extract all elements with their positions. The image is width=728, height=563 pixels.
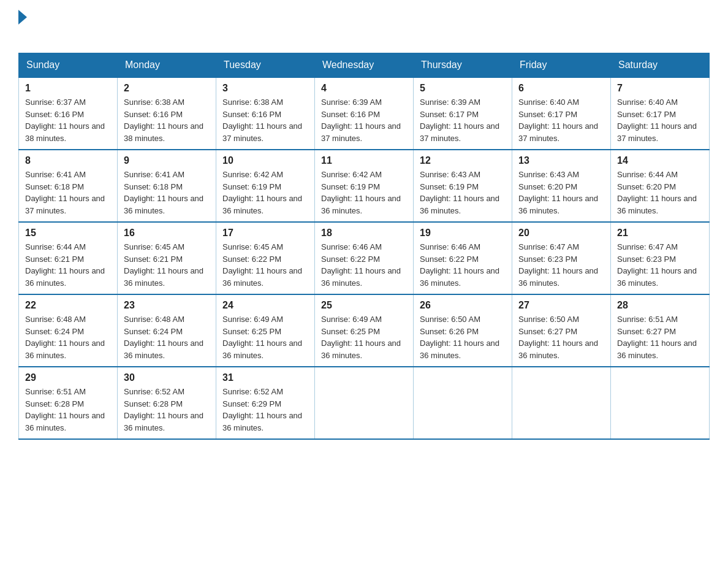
weekday-header-thursday: Thursday [414, 53, 512, 78]
day-number: 21 [617, 228, 703, 239]
calendar-cell: 16 Sunrise: 6:45 AMSunset: 6:21 PMDaylig… [118, 222, 216, 294]
day-info: Sunrise: 6:47 AMSunset: 6:23 PMDaylight:… [617, 241, 703, 289]
day-info: Sunrise: 6:51 AMSunset: 6:28 PMDaylight:… [25, 386, 111, 434]
day-number: 17 [222, 228, 308, 239]
weekday-header-friday: Friday [512, 53, 611, 78]
day-info: Sunrise: 6:39 AMSunset: 6:17 PMDaylight:… [420, 96, 506, 144]
day-number: 11 [321, 155, 407, 166]
day-number: 7 [617, 83, 703, 94]
calendar-cell [611, 367, 710, 439]
day-info: Sunrise: 6:46 AMSunset: 6:22 PMDaylight:… [321, 241, 407, 289]
calendar-cell: 18 Sunrise: 6:46 AMSunset: 6:22 PMDaylig… [315, 222, 414, 294]
calendar-table: SundayMondayTuesdayWednesdayThursdayFrid… [18, 53, 710, 440]
calendar-cell: 22 Sunrise: 6:48 AMSunset: 6:24 PMDaylig… [19, 294, 118, 367]
day-info: Sunrise: 6:52 AMSunset: 6:29 PMDaylight:… [222, 386, 308, 434]
calendar-cell: 2 Sunrise: 6:38 AMSunset: 6:16 PMDayligh… [118, 77, 216, 150]
calendar-cell: 10 Sunrise: 6:42 AMSunset: 6:19 PMDaylig… [216, 150, 315, 222]
day-number: 4 [321, 83, 407, 94]
day-number: 31 [222, 372, 308, 383]
calendar-cell: 5 Sunrise: 6:39 AMSunset: 6:17 PMDayligh… [414, 77, 512, 150]
day-number: 22 [25, 300, 111, 311]
day-info: Sunrise: 6:46 AMSunset: 6:22 PMDaylight:… [420, 241, 506, 289]
calendar-cell: 19 Sunrise: 6:46 AMSunset: 6:22 PMDaylig… [414, 222, 512, 294]
calendar-cell [512, 367, 611, 439]
calendar-cell: 23 Sunrise: 6:48 AMSunset: 6:24 PMDaylig… [118, 294, 216, 367]
day-number: 23 [124, 300, 210, 311]
day-number: 1 [25, 83, 111, 94]
calendar-cell: 1 Sunrise: 6:37 AMSunset: 6:16 PMDayligh… [19, 77, 118, 150]
calendar-cell: 29 Sunrise: 6:51 AMSunset: 6:28 PMDaylig… [19, 367, 118, 439]
day-number: 3 [222, 83, 308, 94]
weekday-header-saturday: Saturday [611, 53, 710, 78]
day-info: Sunrise: 6:47 AMSunset: 6:23 PMDaylight:… [518, 241, 604, 289]
day-info: Sunrise: 6:49 AMSunset: 6:25 PMDaylight:… [222, 313, 308, 361]
day-info: Sunrise: 6:44 AMSunset: 6:20 PMDaylight:… [617, 169, 703, 216]
day-number: 27 [518, 300, 604, 311]
day-number: 29 [25, 372, 111, 383]
calendar-cell: 6 Sunrise: 6:40 AMSunset: 6:17 PMDayligh… [512, 77, 611, 150]
day-number: 20 [518, 228, 604, 239]
page-header [18, 12, 710, 40]
day-info: Sunrise: 6:48 AMSunset: 6:24 PMDaylight:… [124, 313, 210, 361]
calendar-cell: 24 Sunrise: 6:49 AMSunset: 6:25 PMDaylig… [216, 294, 315, 367]
day-info: Sunrise: 6:40 AMSunset: 6:17 PMDaylight:… [518, 96, 604, 144]
calendar-cell: 14 Sunrise: 6:44 AMSunset: 6:20 PMDaylig… [611, 150, 710, 222]
day-number: 30 [124, 372, 210, 383]
day-number: 5 [420, 83, 506, 94]
day-info: Sunrise: 6:37 AMSunset: 6:16 PMDaylight:… [25, 96, 111, 144]
calendar-week-row: 22 Sunrise: 6:48 AMSunset: 6:24 PMDaylig… [19, 294, 710, 367]
logo-arrow-icon [18, 10, 27, 25]
calendar-week-row: 1 Sunrise: 6:37 AMSunset: 6:16 PMDayligh… [19, 77, 710, 150]
day-info: Sunrise: 6:38 AMSunset: 6:16 PMDaylight:… [124, 96, 210, 144]
day-number: 16 [124, 228, 210, 239]
calendar-cell: 7 Sunrise: 6:40 AMSunset: 6:17 PMDayligh… [611, 77, 710, 150]
day-info: Sunrise: 6:48 AMSunset: 6:24 PMDaylight:… [25, 313, 111, 361]
calendar-cell: 28 Sunrise: 6:51 AMSunset: 6:27 PMDaylig… [611, 294, 710, 367]
calendar-cell: 11 Sunrise: 6:42 AMSunset: 6:19 PMDaylig… [315, 150, 414, 222]
calendar-cell: 8 Sunrise: 6:41 AMSunset: 6:18 PMDayligh… [19, 150, 118, 222]
day-number: 2 [124, 83, 210, 94]
calendar-week-row: 29 Sunrise: 6:51 AMSunset: 6:28 PMDaylig… [19, 367, 710, 439]
day-number: 25 [321, 300, 407, 311]
day-info: Sunrise: 6:42 AMSunset: 6:19 PMDaylight:… [321, 169, 407, 216]
calendar-cell: 27 Sunrise: 6:50 AMSunset: 6:27 PMDaylig… [512, 294, 611, 367]
calendar-cell [414, 367, 512, 439]
calendar-cell: 13 Sunrise: 6:43 AMSunset: 6:20 PMDaylig… [512, 150, 611, 222]
calendar-cell: 25 Sunrise: 6:49 AMSunset: 6:25 PMDaylig… [315, 294, 414, 367]
day-info: Sunrise: 6:42 AMSunset: 6:19 PMDaylight:… [222, 169, 308, 216]
day-info: Sunrise: 6:45 AMSunset: 6:21 PMDaylight:… [124, 241, 210, 289]
day-number: 9 [124, 155, 210, 166]
weekday-header-wednesday: Wednesday [315, 53, 414, 78]
calendar-cell: 30 Sunrise: 6:52 AMSunset: 6:28 PMDaylig… [118, 367, 216, 439]
day-info: Sunrise: 6:44 AMSunset: 6:21 PMDaylight:… [25, 241, 111, 289]
weekday-header-monday: Monday [118, 53, 216, 78]
weekday-header-tuesday: Tuesday [216, 53, 315, 78]
calendar-cell: 9 Sunrise: 6:41 AMSunset: 6:18 PMDayligh… [118, 150, 216, 222]
calendar-cell: 17 Sunrise: 6:45 AMSunset: 6:22 PMDaylig… [216, 222, 315, 294]
calendar-cell: 4 Sunrise: 6:39 AMSunset: 6:16 PMDayligh… [315, 77, 414, 150]
calendar-cell: 15 Sunrise: 6:44 AMSunset: 6:21 PMDaylig… [19, 222, 118, 294]
weekday-header-row: SundayMondayTuesdayWednesdayThursdayFrid… [19, 53, 710, 78]
day-number: 12 [420, 155, 506, 166]
day-number: 10 [222, 155, 308, 166]
day-info: Sunrise: 6:49 AMSunset: 6:25 PMDaylight:… [321, 313, 407, 361]
logo [18, 12, 27, 40]
day-info: Sunrise: 6:40 AMSunset: 6:17 PMDaylight:… [617, 96, 703, 144]
day-info: Sunrise: 6:41 AMSunset: 6:18 PMDaylight:… [124, 169, 210, 216]
day-info: Sunrise: 6:52 AMSunset: 6:28 PMDaylight:… [124, 386, 210, 434]
day-number: 8 [25, 155, 111, 166]
calendar-cell: 31 Sunrise: 6:52 AMSunset: 6:29 PMDaylig… [216, 367, 315, 439]
day-info: Sunrise: 6:38 AMSunset: 6:16 PMDaylight:… [222, 96, 308, 144]
day-number: 26 [420, 300, 506, 311]
calendar-cell: 12 Sunrise: 6:43 AMSunset: 6:19 PMDaylig… [414, 150, 512, 222]
calendar-week-row: 8 Sunrise: 6:41 AMSunset: 6:18 PMDayligh… [19, 150, 710, 222]
day-number: 13 [518, 155, 604, 166]
day-number: 6 [518, 83, 604, 94]
day-number: 18 [321, 228, 407, 239]
day-info: Sunrise: 6:51 AMSunset: 6:27 PMDaylight:… [617, 313, 703, 361]
day-info: Sunrise: 6:43 AMSunset: 6:19 PMDaylight:… [420, 169, 506, 216]
calendar-week-row: 15 Sunrise: 6:44 AMSunset: 6:21 PMDaylig… [19, 222, 710, 294]
calendar-cell: 26 Sunrise: 6:50 AMSunset: 6:26 PMDaylig… [414, 294, 512, 367]
day-info: Sunrise: 6:45 AMSunset: 6:22 PMDaylight:… [222, 241, 308, 289]
day-info: Sunrise: 6:50 AMSunset: 6:26 PMDaylight:… [420, 313, 506, 361]
